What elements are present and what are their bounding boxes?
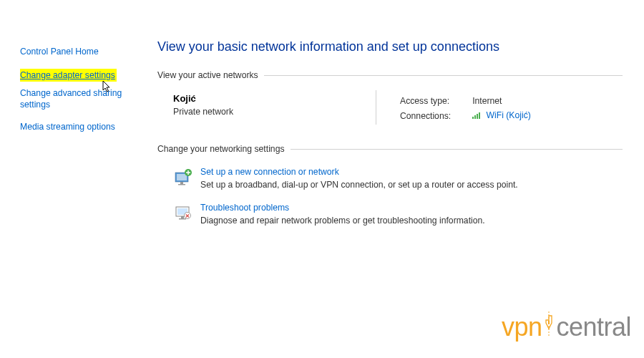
media-streaming-options-link[interactable]: Media streaming options [20, 121, 138, 132]
troubleshoot-icon [173, 203, 193, 223]
svg-rect-3 [479, 112, 480, 119]
setup-connection-icon [173, 167, 193, 187]
troubleshoot-link[interactable]: Troubleshoot problems [200, 203, 485, 213]
troubleshoot-item[interactable]: Troubleshoot problems Diagnose and repai… [157, 203, 623, 226]
connections-label: Connections: [400, 109, 471, 122]
svg-rect-5 [177, 174, 187, 180]
troubleshoot-desc: Diagnose and repair network problems or … [200, 216, 485, 226]
control-panel-home-link[interactable]: Control Panel Home [20, 46, 138, 57]
svg-rect-2 [477, 114, 478, 119]
svg-rect-7 [178, 184, 185, 185]
networking-settings-header: Change your networking settings [157, 144, 623, 154]
wifi-connection-link[interactable]: WiFi (Kojić) [487, 110, 531, 120]
network-type: Private network [173, 107, 384, 117]
svg-rect-11 [181, 216, 184, 218]
change-advanced-sharing-link[interactable]: Change advanced sharing settings [20, 87, 138, 110]
watermark-logo: vpn central [502, 310, 631, 345]
wifi-signal-icon [472, 111, 482, 121]
setup-connection-link[interactable]: Set up a new connection or network [200, 167, 518, 177]
setup-connection-item[interactable]: Set up a new connection or network Set u… [157, 167, 623, 190]
network-name: Kojić [173, 93, 384, 104]
svg-rect-12 [179, 218, 186, 220]
svg-rect-15 [548, 321, 550, 324]
active-networks-header: View your active networks [157, 70, 623, 80]
active-network-row: Kojić Private network Access type: Inter… [157, 93, 623, 124]
svg-rect-6 [180, 182, 183, 184]
access-type-value: Internet [472, 95, 531, 107]
sidebar: Control Panel Home Change adapter settin… [20, 46, 138, 143]
access-type-label: Access type: [400, 95, 471, 107]
main-content: View your basic network information and … [157, 39, 623, 238]
svg-rect-0 [472, 117, 474, 119]
setup-connection-desc: Set up a broadband, dial-up or VPN conne… [200, 180, 518, 190]
page-title: View your basic network information and … [157, 39, 623, 54]
change-adapter-settings-link[interactable]: Change adapter settings [20, 69, 117, 82]
svg-rect-1 [474, 115, 476, 119]
